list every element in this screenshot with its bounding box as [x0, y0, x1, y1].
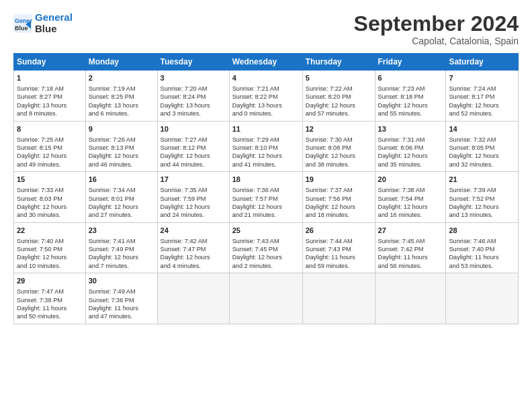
- table-row: [302, 273, 375, 324]
- day-info: Sunrise: 7:33 AMSunset: 8:03 PMDaylight:…: [17, 186, 83, 220]
- location: Capolat, Catalonia, Spain: [354, 36, 519, 46]
- day-info: Sunrise: 7:21 AMSunset: 8:22 PMDaylight:…: [232, 85, 300, 118]
- table-row: 8Sunrise: 7:25 AMSunset: 8:15 PMDaylight…: [14, 121, 86, 172]
- day-number: 8: [17, 124, 83, 134]
- table-row: 27Sunrise: 7:45 AMSunset: 7:42 PMDayligh…: [375, 222, 446, 273]
- day-number: 2: [89, 73, 154, 83]
- svg-text:Blue: Blue: [15, 25, 28, 32]
- table-row: 14Sunrise: 7:32 AMSunset: 8:05 PMDayligh…: [446, 121, 519, 172]
- table-row: 9Sunrise: 7:26 AMSunset: 8:13 PMDaylight…: [85, 121, 157, 172]
- table-row: 21Sunrise: 7:39 AMSunset: 7:52 PMDayligh…: [446, 172, 519, 223]
- calendar-header-row: Sunday Monday Tuesday Wednesday Thursday…: [14, 54, 519, 71]
- day-number: 24: [161, 226, 226, 236]
- day-info: Sunrise: 7:19 AMSunset: 8:25 PMDaylight:…: [89, 85, 154, 118]
- day-number: 21: [449, 175, 515, 185]
- table-row: 26Sunrise: 7:44 AMSunset: 7:43 PMDayligh…: [302, 222, 375, 273]
- day-number: 17: [161, 175, 226, 185]
- month-title: September 2024: [354, 12, 519, 36]
- col-thursday: Thursday: [302, 54, 375, 71]
- day-number: 3: [161, 73, 226, 83]
- day-info: Sunrise: 7:39 AMSunset: 7:52 PMDaylight:…: [449, 186, 515, 220]
- day-info: Sunrise: 7:29 AMSunset: 8:10 PMDaylight:…: [232, 136, 300, 169]
- table-row: 15Sunrise: 7:33 AMSunset: 8:03 PMDayligh…: [14, 172, 86, 223]
- table-row: 10Sunrise: 7:27 AMSunset: 8:12 PMDayligh…: [157, 121, 229, 172]
- table-row: 18Sunrise: 7:36 AMSunset: 7:57 PMDayligh…: [229, 172, 302, 223]
- day-number: 6: [378, 73, 443, 83]
- table-row: 7Sunrise: 7:24 AMSunset: 8:17 PMDaylight…: [446, 71, 519, 122]
- day-info: Sunrise: 7:31 AMSunset: 8:06 PMDaylight:…: [378, 136, 443, 169]
- day-number: 22: [17, 226, 83, 236]
- day-number: 13: [378, 124, 443, 134]
- day-info: Sunrise: 7:45 AMSunset: 7:42 PMDaylight:…: [378, 237, 443, 271]
- table-row: [375, 273, 446, 324]
- day-info: Sunrise: 7:37 AMSunset: 7:56 PMDaylight:…: [306, 186, 372, 220]
- day-info: Sunrise: 7:43 AMSunset: 7:45 PMDaylight:…: [232, 237, 300, 271]
- day-number: 12: [306, 124, 372, 134]
- col-monday: Monday: [85, 54, 157, 71]
- table-row: [157, 273, 229, 324]
- table-row: 16Sunrise: 7:34 AMSunset: 8:01 PMDayligh…: [85, 172, 157, 223]
- day-number: 10: [161, 124, 226, 134]
- calendar-week-row: 8Sunrise: 7:25 AMSunset: 8:15 PMDaylight…: [14, 121, 519, 172]
- col-sunday: Sunday: [14, 54, 86, 71]
- day-number: 28: [449, 226, 515, 236]
- table-row: 3Sunrise: 7:20 AMSunset: 8:24 PMDaylight…: [157, 71, 229, 122]
- day-info: Sunrise: 7:34 AMSunset: 8:01 PMDaylight:…: [89, 186, 154, 220]
- table-row: 13Sunrise: 7:31 AMSunset: 8:06 PMDayligh…: [375, 121, 446, 172]
- day-info: Sunrise: 7:20 AMSunset: 8:24 PMDaylight:…: [161, 85, 226, 118]
- table-row: 12Sunrise: 7:30 AMSunset: 8:08 PMDayligh…: [302, 121, 375, 172]
- day-info: Sunrise: 7:27 AMSunset: 8:12 PMDaylight:…: [161, 136, 226, 169]
- title-block: September 2024 Capolat, Catalonia, Spain: [354, 12, 519, 46]
- day-info: Sunrise: 7:49 AMSunset: 7:36 PMDaylight:…: [89, 287, 154, 321]
- table-row: 24Sunrise: 7:42 AMSunset: 7:47 PMDayligh…: [157, 222, 229, 273]
- day-info: Sunrise: 7:36 AMSunset: 7:57 PMDaylight:…: [232, 186, 300, 220]
- day-info: Sunrise: 7:44 AMSunset: 7:43 PMDaylight:…: [306, 237, 372, 271]
- day-number: 1: [17, 73, 83, 83]
- day-number: 25: [232, 226, 300, 236]
- col-tuesday: Tuesday: [157, 54, 229, 71]
- logo: General Blue General Blue: [13, 12, 73, 34]
- table-row: 29Sunrise: 7:47 AMSunset: 7:38 PMDayligh…: [14, 273, 86, 324]
- logo-general: General: [35, 11, 73, 23]
- table-row: [229, 273, 302, 324]
- day-info: Sunrise: 7:24 AMSunset: 8:17 PMDaylight:…: [449, 85, 515, 118]
- col-wednesday: Wednesday: [229, 54, 302, 71]
- table-row: 23Sunrise: 7:41 AMSunset: 7:49 PMDayligh…: [85, 222, 157, 273]
- day-number: 9: [89, 124, 154, 134]
- day-info: Sunrise: 7:30 AMSunset: 8:08 PMDaylight:…: [306, 136, 372, 169]
- day-number: 23: [89, 226, 154, 236]
- col-friday: Friday: [375, 54, 446, 71]
- calendar-week-row: 22Sunrise: 7:40 AMSunset: 7:50 PMDayligh…: [14, 222, 519, 273]
- page: General Blue General Blue September 2024…: [0, 0, 532, 411]
- table-row: 2Sunrise: 7:19 AMSunset: 8:25 PMDaylight…: [85, 71, 157, 122]
- calendar-table: Sunday Monday Tuesday Wednesday Thursday…: [13, 53, 519, 324]
- table-row: 6Sunrise: 7:23 AMSunset: 8:18 PMDaylight…: [375, 71, 446, 122]
- day-info: Sunrise: 7:22 AMSunset: 8:20 PMDaylight:…: [306, 85, 372, 118]
- day-info: Sunrise: 7:25 AMSunset: 8:15 PMDaylight:…: [17, 136, 83, 169]
- day-info: Sunrise: 7:38 AMSunset: 7:54 PMDaylight:…: [378, 186, 443, 220]
- day-number: 4: [232, 73, 300, 83]
- day-info: Sunrise: 7:26 AMSunset: 8:13 PMDaylight:…: [89, 136, 154, 169]
- day-number: 30: [89, 276, 154, 286]
- col-saturday: Saturday: [446, 54, 519, 71]
- day-number: 16: [89, 175, 154, 185]
- day-number: 20: [378, 175, 443, 185]
- table-row: 20Sunrise: 7:38 AMSunset: 7:54 PMDayligh…: [375, 172, 446, 223]
- day-info: Sunrise: 7:41 AMSunset: 7:49 PMDaylight:…: [89, 237, 154, 271]
- day-info: Sunrise: 7:42 AMSunset: 7:47 PMDaylight:…: [161, 237, 226, 271]
- calendar-week-row: 1Sunrise: 7:18 AMSunset: 8:27 PMDaylight…: [14, 71, 519, 122]
- day-info: Sunrise: 7:46 AMSunset: 7:40 PMDaylight:…: [449, 237, 515, 271]
- calendar-week-row: 15Sunrise: 7:33 AMSunset: 8:03 PMDayligh…: [14, 172, 519, 223]
- table-row: 28Sunrise: 7:46 AMSunset: 7:40 PMDayligh…: [446, 222, 519, 273]
- header: General Blue General Blue September 2024…: [13, 12, 519, 46]
- logo-blue: Blue: [35, 23, 57, 34]
- table-row: 25Sunrise: 7:43 AMSunset: 7:45 PMDayligh…: [229, 222, 302, 273]
- day-number: 14: [449, 124, 515, 134]
- table-row: 4Sunrise: 7:21 AMSunset: 8:22 PMDaylight…: [229, 71, 302, 122]
- day-info: Sunrise: 7:18 AMSunset: 8:27 PMDaylight:…: [17, 85, 83, 118]
- table-row: 1Sunrise: 7:18 AMSunset: 8:27 PMDaylight…: [14, 71, 86, 122]
- table-row: [446, 273, 519, 324]
- day-number: 15: [17, 175, 83, 185]
- table-row: 5Sunrise: 7:22 AMSunset: 8:20 PMDaylight…: [302, 71, 375, 122]
- day-number: 26: [306, 226, 372, 236]
